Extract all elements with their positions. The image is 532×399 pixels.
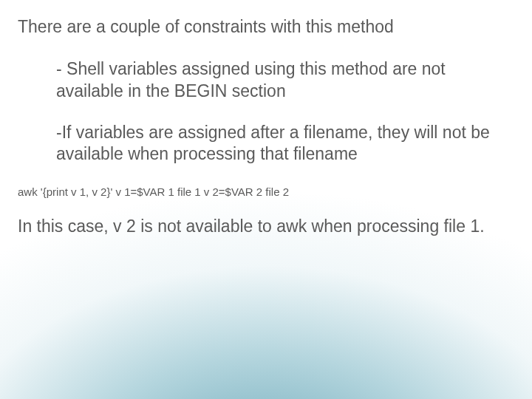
constraint-1: - Shell variables assigned using this me…	[56, 58, 492, 103]
conclusion-text: In this case, v 2 is not available to aw…	[18, 216, 491, 238]
code-example: awk '{print v 1, v 2}' v 1=$VAR 1 file 1…	[18, 185, 510, 200]
intro-text: There are a couple of constraints with t…	[18, 16, 510, 38]
slide: There are a couple of constraints with t…	[0, 0, 532, 399]
constraint-2: -If variables are assigned after a filen…	[56, 122, 492, 166]
